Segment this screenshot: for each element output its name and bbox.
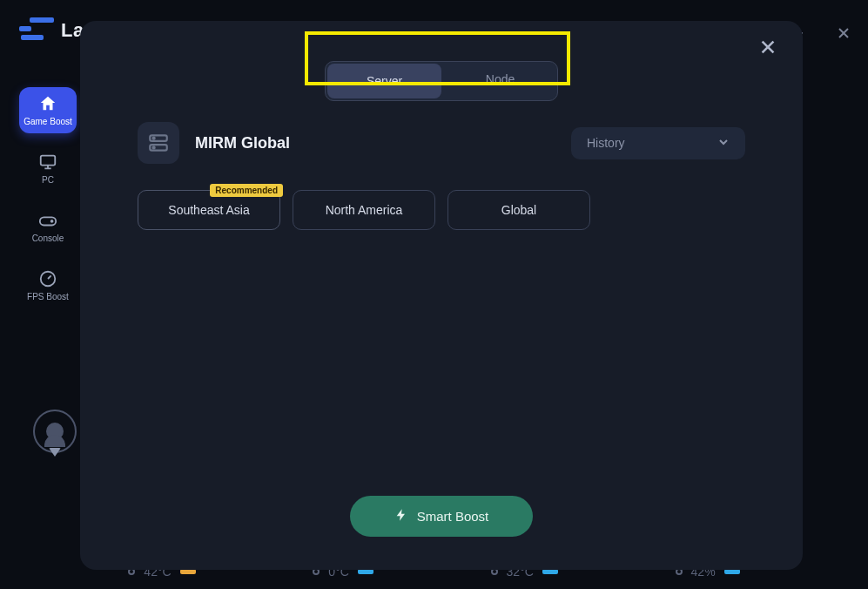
region-name: Southeast Asia — [168, 203, 249, 217]
sidebar: Game Boost PC Console FPS Boost — [19, 87, 77, 308]
tab-server[interactable]: Server — [327, 64, 441, 98]
region-list: Recommended Southeast Asia North America… — [111, 190, 771, 230]
server-select-modal: Server Node MIRM Global History Recommen… — [80, 21, 803, 570]
sidebar-item-console[interactable]: Console — [19, 204, 77, 250]
game-header-row: MIRM Global History — [111, 122, 771, 164]
mode-tabs: Server Node — [325, 61, 558, 101]
svg-point-2 — [51, 220, 53, 222]
svg-point-11 — [153, 138, 155, 139]
smart-boost-button[interactable]: Smart Boost — [350, 496, 533, 537]
tab-label: Server — [367, 74, 402, 88]
region-button-north-america[interactable]: North America — [293, 190, 435, 230]
sidebar-item-label: Game Boost — [24, 117, 72, 126]
region-name: North America — [326, 203, 403, 217]
close-button[interactable] — [837, 26, 851, 40]
smart-boost-label: Smart Boost — [417, 509, 489, 524]
sidebar-item-label: FPS Boost — [27, 292, 69, 301]
history-dropdown[interactable]: History — [571, 127, 745, 159]
sidebar-item-game-boost[interactable]: Game Boost — [19, 87, 77, 133]
sidebar-item-pc[interactable]: PC — [19, 146, 77, 192]
gamepad-icon — [38, 211, 57, 230]
sidebar-item-label: PC — [42, 175, 54, 185]
region-button-southeast-asia[interactable]: Recommended Southeast Asia — [138, 190, 280, 230]
history-label: History — [587, 136, 625, 150]
region-button-global[interactable]: Global — [447, 190, 590, 230]
chevron-down-icon — [717, 136, 730, 151]
sidebar-item-fps-boost[interactable]: FPS Boost — [19, 262, 77, 308]
person-icon — [46, 423, 64, 440]
modal-close-button[interactable] — [759, 38, 777, 56]
game-title: MIRM Global — [195, 134, 290, 152]
svg-rect-0 — [41, 156, 56, 166]
region-name: Global — [501, 203, 536, 217]
tab-label: Node — [486, 72, 515, 86]
recommended-badge: Recommended — [210, 184, 283, 197]
logo-mark-icon — [19, 17, 54, 44]
gauge-icon — [38, 269, 57, 288]
tab-node[interactable]: Node — [443, 62, 557, 100]
avatar[interactable] — [33, 410, 77, 453]
server-stack-icon — [138, 122, 179, 164]
monitor-icon — [38, 152, 57, 172]
svg-point-12 — [153, 146, 155, 148]
house-icon — [38, 94, 57, 113]
lightning-icon — [394, 508, 408, 525]
sidebar-item-label: Console — [32, 234, 64, 243]
